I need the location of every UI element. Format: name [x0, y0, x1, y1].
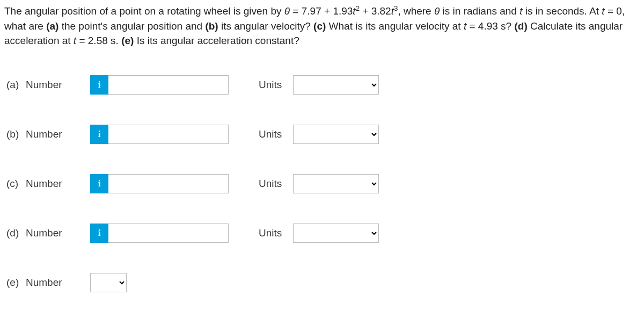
number-label-e: Number [26, 275, 90, 290]
number-label-d: Number [26, 226, 90, 241]
part-label-a: (a) [6, 77, 26, 92]
answer-row-d: (d) Number i Units [6, 224, 640, 243]
part-label-c: (c) [6, 176, 26, 191]
number-label-a: Number [26, 77, 90, 92]
units-label-d: Units [259, 226, 293, 241]
number-input-a[interactable] [108, 75, 229, 95]
part-label-e: (e) [6, 275, 26, 290]
answer-row-c: (c) Number i Units [6, 174, 640, 193]
part-label-d: (d) [6, 226, 26, 241]
units-label-c: Units [259, 176, 293, 191]
units-select-b[interactable] [293, 125, 379, 144]
number-label-c: Number [26, 176, 90, 191]
part-label-b: (b) [6, 127, 26, 142]
number-input-c[interactable] [108, 174, 229, 193]
answer-row-a: (a) Number i Units [6, 75, 640, 95]
units-select-c[interactable] [293, 174, 379, 193]
answer-row-b: (b) Number i Units [6, 125, 640, 144]
answer-section: (a) Number i Units (b) Number i Units (c… [4, 64, 640, 292]
units-label-b: Units [259, 127, 293, 142]
info-icon[interactable]: i [90, 224, 108, 243]
info-icon[interactable]: i [90, 174, 108, 193]
answer-row-e: (e) Number [6, 273, 640, 292]
number-input-d[interactable] [108, 224, 229, 243]
info-icon[interactable]: i [90, 75, 108, 95]
units-label-a: Units [259, 77, 293, 92]
units-select-a[interactable] [293, 75, 379, 95]
number-label-b: Number [26, 127, 90, 142]
question-text: The angular position of a point on a rot… [4, 3, 640, 48]
units-select-d[interactable] [293, 224, 379, 243]
number-input-b[interactable] [108, 125, 229, 144]
info-icon[interactable]: i [90, 125, 108, 144]
answer-select-e[interactable] [90, 273, 127, 292]
